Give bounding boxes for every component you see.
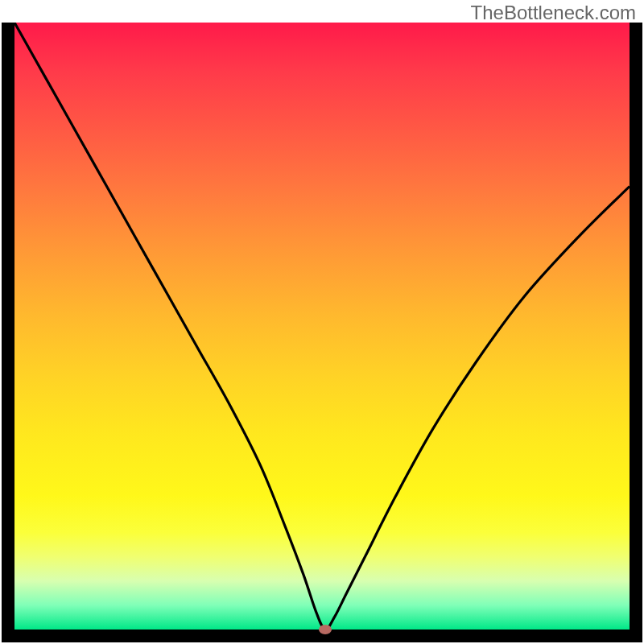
bottleneck-curve — [14, 23, 630, 630]
optimum-marker — [319, 625, 332, 634]
watermark-text: TheBottleneck.com — [471, 2, 636, 24]
chart-container: TheBottleneck.com — [0, 0, 644, 644]
